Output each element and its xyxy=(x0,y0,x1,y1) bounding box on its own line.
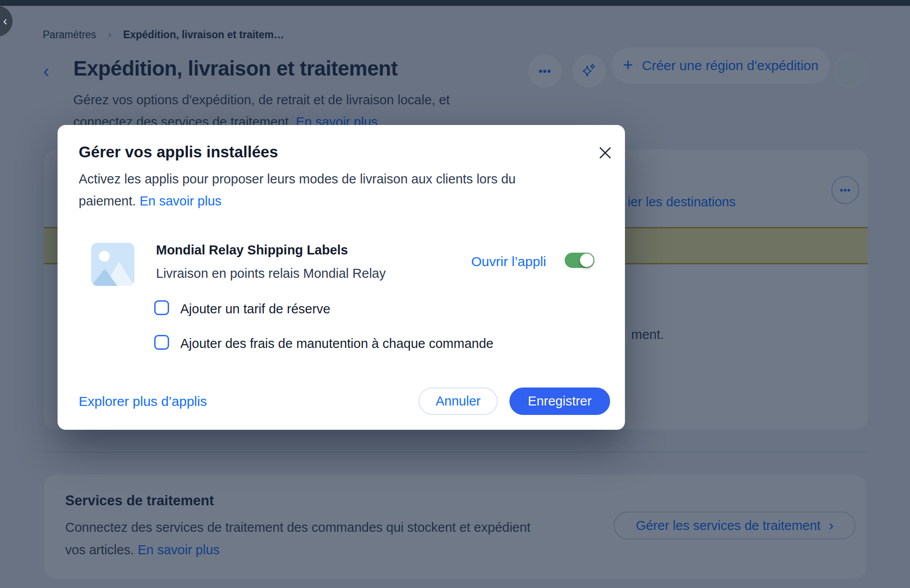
image-placeholder-icon xyxy=(91,243,134,286)
backup-rate-label: Ajouter un tarif de réserve xyxy=(180,302,330,316)
open-app-link[interactable]: Ouvrir l’appli xyxy=(471,254,546,269)
modal-title: Gérer vos applis installées xyxy=(79,143,278,161)
settings-page: Paramètres›Expédition, livraison et trai… xyxy=(0,0,910,588)
window-top-bar xyxy=(0,0,910,6)
cancel-button[interactable]: Annuler xyxy=(419,388,498,415)
app-thumbnail xyxy=(91,243,134,286)
handling-fee-checkbox[interactable] xyxy=(154,335,169,350)
modal-close-button[interactable] xyxy=(593,140,618,165)
modal-learn-more-link[interactable]: En savoir plus xyxy=(139,194,221,208)
manage-apps-modal: Gérer vos applis installées Activez les … xyxy=(58,125,625,430)
toggle-knob xyxy=(580,254,593,267)
explore-apps-link[interactable]: Explorer plus d’applis xyxy=(79,394,207,409)
modal-description: Activez les applis pour proposer leurs m… xyxy=(79,168,596,212)
backup-rate-checkbox[interactable] xyxy=(154,300,169,315)
app-enabled-toggle[interactable] xyxy=(565,253,594,268)
app-name: Mondial Relay Shipping Labels xyxy=(156,243,348,258)
app-subtitle: Livraison en points relais Mondial Relay xyxy=(156,266,386,281)
close-icon xyxy=(598,146,612,160)
save-button[interactable]: Enregistrer xyxy=(509,388,610,415)
collapse-chevron-icon: ‹ xyxy=(3,15,7,27)
handling-fee-label: Ajouter des frais de manutention à chaqu… xyxy=(180,336,493,351)
